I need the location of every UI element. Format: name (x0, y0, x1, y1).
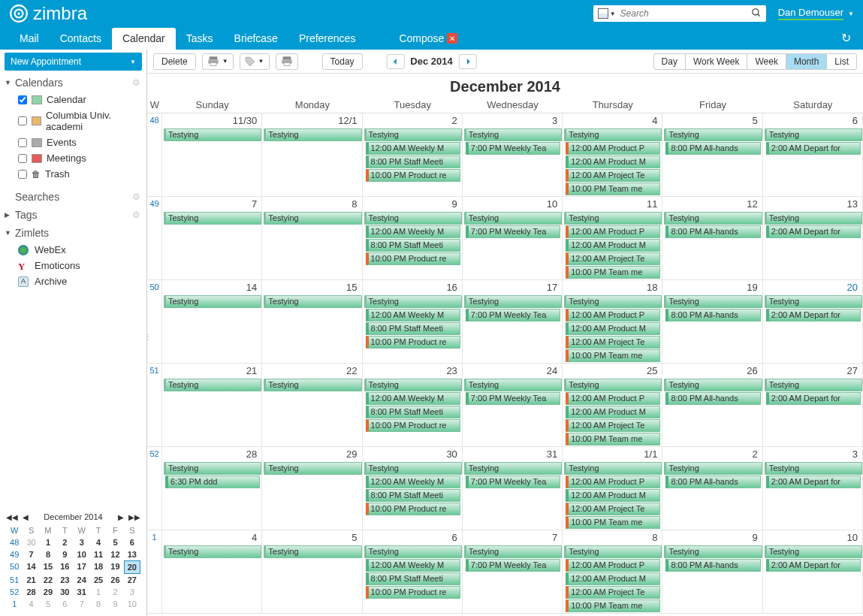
day-cell[interactable]: 25Testying12:00 AM Product P12:00 AM Pro… (563, 364, 662, 446)
day-cell[interactable]: 22Testying (262, 364, 362, 446)
calendar-event[interactable]: 8:00 PM All-hands (665, 309, 760, 322)
calendar-event[interactable]: 10:00 PM Team me (566, 266, 660, 279)
mini-day[interactable]: 21 (23, 574, 39, 586)
zimlets-header[interactable]: ▼ Zimlets (5, 224, 142, 242)
tab-mail[interactable]: Mail (9, 28, 50, 50)
mini-day[interactable]: 26 (107, 574, 123, 586)
calendar-event[interactable]: 12:00 AM Weekly M (366, 392, 460, 405)
calendar-event[interactable]: Testying (364, 462, 462, 475)
calendar-checkbox[interactable] (18, 170, 27, 179)
mini-day[interactable]: 24 (74, 574, 90, 586)
calendar-event[interactable]: Testying (264, 379, 361, 391)
calendar-event[interactable]: Testying (664, 379, 762, 391)
mini-week-number[interactable]: 51 (6, 574, 23, 586)
calendar-event[interactable]: 7:00 PM Weekly Tea (466, 559, 560, 572)
week-number[interactable]: 1 (147, 530, 162, 613)
day-cell[interactable]: 28Testying6:30 PM ddd (162, 447, 262, 530)
calendar-event[interactable]: Testying (264, 128, 361, 141)
calendar-event[interactable]: 12:00 AM Weekly M (366, 225, 460, 238)
day-cell[interactable]: 10Testying2:00 AM Depart for (763, 530, 863, 613)
mini-day[interactable]: 8 (40, 548, 56, 560)
calendar-event[interactable]: 12:00 AM Product P (566, 559, 660, 572)
new-appointment-button[interactable]: New Appointment ▼ (5, 53, 142, 71)
day-cell[interactable]: 16Testying12:00 AM Weekly M8:00 PM Staff… (363, 280, 463, 363)
calendar-event[interactable]: 12:00 AM Product M (566, 489, 660, 502)
calendar-event[interactable]: 8:00 PM All-hands (665, 225, 760, 238)
calendar-event[interactable]: Testying (664, 462, 762, 475)
mini-day[interactable]: 3 (74, 536, 90, 548)
calendar-event[interactable]: Testying (664, 545, 762, 558)
day-cell[interactable]: 29Testying (262, 447, 362, 530)
week-number[interactable]: 50 (147, 280, 162, 363)
calendar-event[interactable]: 8:00 PM Staff Meeti (366, 156, 460, 168)
day-cell[interactable]: 18Testying12:00 AM Product P12:00 AM Pro… (563, 280, 662, 363)
calendar-event[interactable]: Testying (664, 295, 762, 308)
day-cell[interactable]: 8Testying (262, 197, 362, 279)
calendar-event[interactable]: Testying (464, 212, 562, 225)
next-month-button[interactable] (459, 54, 477, 69)
calendar-event[interactable]: 8:00 PM All-hands (665, 476, 760, 488)
day-cell[interactable]: 6Testying12:00 AM Weekly M8:00 PM Staff … (363, 530, 463, 613)
day-cell[interactable]: 11Testying12:00 AM Product P12:00 AM Pro… (563, 197, 662, 279)
calendar-event[interactable]: Testying (765, 462, 862, 475)
day-cell[interactable]: 4Testying12:00 AM Product P12:00 AM Prod… (563, 113, 662, 196)
day-cell[interactable]: 23Testying12:00 AM Weekly M8:00 PM Staff… (363, 364, 463, 446)
calendar-event[interactable]: 12:00 AM Project Te (566, 252, 660, 265)
tab-compose[interactable]: Compose ✕ (388, 28, 468, 50)
mini-day[interactable]: 2 (107, 586, 123, 598)
mini-day[interactable]: 30 (23, 536, 39, 548)
mini-day[interactable]: 9 (107, 598, 123, 610)
tab-contacts[interactable]: Contacts (50, 28, 112, 50)
mini-week-number[interactable]: 49 (6, 548, 23, 560)
mini-day[interactable]: 3 (124, 586, 140, 598)
calendar-event[interactable]: 12:00 AM Product M (566, 572, 660, 585)
prev-month-button[interactable] (386, 54, 404, 69)
calendar-event[interactable]: Testying (664, 128, 762, 141)
search-scope-icon[interactable] (598, 8, 608, 19)
calendar-event[interactable]: 7:00 PM Weekly Tea (466, 392, 560, 405)
calendar-event[interactable]: 12:00 AM Project Te (566, 503, 660, 515)
calendar-event[interactable]: 8:00 PM Staff Meeti (366, 489, 460, 502)
calendar-event[interactable]: Testying (564, 128, 662, 141)
today-button[interactable]: Today (322, 53, 363, 70)
mini-day[interactable]: 12 (107, 548, 123, 560)
day-cell[interactable]: 26Testying8:00 PM All-hands (662, 364, 762, 446)
calendar-event[interactable]: Testying (264, 212, 361, 225)
calendar-event[interactable]: Testying (564, 462, 662, 475)
mini-day[interactable]: 22 (40, 574, 56, 586)
calendar-event[interactable]: 2:00 AM Depart for (766, 392, 861, 405)
day-cell[interactable]: 6Testying2:00 AM Depart for (763, 113, 863, 196)
calendar-event[interactable]: 8:00 PM All-hands (665, 392, 760, 405)
zimlet-item[interactable]: WebEx (5, 242, 142, 258)
mini-day[interactable]: 1 (90, 586, 107, 598)
calendar-event[interactable]: Testying (765, 295, 862, 308)
close-icon[interactable]: ✕ (447, 33, 457, 44)
search-scope-dropdown[interactable]: ▼ (610, 11, 616, 17)
calendar-event[interactable]: Testying (164, 295, 261, 308)
calendar-event[interactable]: 7:00 PM Weekly Tea (466, 309, 560, 322)
calendar-event[interactable]: 12:00 AM Product P (566, 309, 660, 322)
calendar-event[interactable]: Testying (464, 128, 562, 141)
mini-day[interactable]: 6 (56, 598, 73, 610)
mini-day[interactable]: 27 (124, 574, 140, 586)
calendar-event[interactable]: 12:00 AM Product M (566, 322, 660, 335)
calendar-event[interactable]: 10:00 PM Product re (366, 419, 460, 432)
calendar-item[interactable]: 🗑Trash (5, 166, 142, 182)
user-menu[interactable]: Dan Demouser (778, 7, 843, 20)
calendar-event[interactable]: 12:00 AM Project Te (566, 169, 660, 182)
calendar-event[interactable]: 12:00 AM Product M (566, 406, 660, 418)
day-cell[interactable]: 4Testying (162, 530, 262, 613)
day-cell[interactable]: 24Testying7:00 PM Weekly Tea (463, 364, 563, 446)
calendar-event[interactable]: 8:00 PM Staff Meeti (366, 406, 460, 418)
calendar-event[interactable]: Testying (765, 545, 862, 558)
mini-day[interactable]: 14 (23, 560, 39, 574)
calendar-event[interactable]: Testying (564, 212, 662, 225)
day-cell[interactable]: 27Testying2:00 AM Depart for (763, 364, 863, 446)
tags-header[interactable]: ▶ Tags ⚙ (5, 206, 142, 224)
day-cell[interactable]: 12/1Testying (262, 113, 362, 196)
mini-day[interactable]: 5 (107, 536, 123, 548)
day-cell[interactable]: 8Testying12:00 AM Product P12:00 AM Prod… (563, 530, 662, 613)
calendar-event[interactable]: Testying (364, 295, 462, 308)
calendar-event[interactable]: 10:00 PM Product re (366, 586, 460, 599)
day-cell[interactable]: 15Testying (262, 280, 362, 363)
